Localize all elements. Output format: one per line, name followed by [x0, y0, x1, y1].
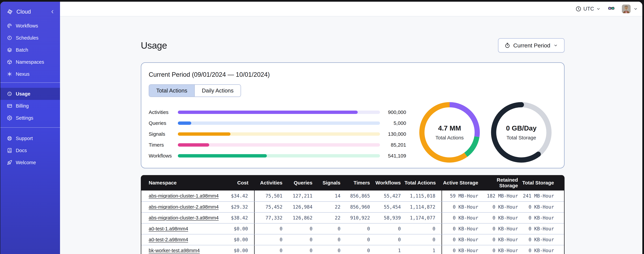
bar-fill — [178, 122, 191, 125]
bar-value: 85,201 — [380, 142, 406, 148]
total-actions-donut: 4.7 MMTotal Actions — [419, 102, 480, 163]
sidebar-item-docs[interactable]: Docs — [0, 144, 60, 156]
bar-label: Queries — [149, 120, 178, 126]
timezone-chevron-down-icon — [596, 6, 601, 11]
namespace-link[interactable]: bk-worker-test.a98mm4 — [149, 248, 200, 253]
namespace-link[interactable]: abs-migration-cluster-2.a98mm4 — [149, 204, 218, 210]
cell-signals: 22 — [314, 202, 342, 212]
schedules-icon — [7, 35, 12, 40]
timezone-selector[interactable]: UTC — [576, 6, 601, 12]
cell-total-actions: 0 — [403, 224, 442, 234]
sidebar-item-label: Billing — [16, 103, 29, 109]
cell-queries: 126,862 — [284, 212, 314, 223]
cell-active-storage: 0 KB-Hour — [442, 234, 480, 245]
donut-value: 4.7 MM — [438, 124, 461, 132]
cell-workflows: 0 — [372, 234, 403, 245]
cell-timers: 0 — [342, 234, 372, 245]
sidebar-item-billing[interactable]: Billing — [0, 100, 60, 112]
cell-active-storage: 0 KB-Hour — [442, 224, 480, 234]
sidebar-brand[interactable]: Cloud — [0, 4, 60, 20]
glasses-icon[interactable] — [608, 5, 615, 13]
page-title: Usage — [141, 40, 167, 51]
cell-total-storage: 0 KB-Hour — [520, 202, 564, 212]
cell-total-storage: 0 KB-Hour — [520, 224, 564, 234]
cell-activities: 0 — [254, 224, 284, 234]
bar-row-queries: Queries5,000 — [149, 118, 406, 129]
app-window: Cloud WorkflowsSchedulesBatchNamespacesN… — [0, 2, 642, 254]
cell-activities: 77,332 — [254, 212, 284, 223]
bar-value: 5,000 — [380, 120, 406, 126]
settings-icon — [7, 116, 12, 120]
sidebar-item-schedules[interactable]: Schedules — [0, 32, 60, 44]
cell-workflows: 1 — [372, 245, 403, 254]
cell-total-storage: 0 KB-Hour — [520, 212, 564, 223]
bar-row-timers: Timers85,201 — [149, 140, 406, 150]
cell-workflows: 55,427 — [372, 190, 403, 202]
cloud-logo-icon — [7, 9, 13, 14]
table-row: abs-migration-cluster-3.a98mm4$38.4277,3… — [141, 212, 564, 223]
namespace-link[interactable]: abs-migration-cluster-1.a98mm4 — [149, 193, 218, 199]
table-header-row: NamespaceCostActivitiesQueriesSignalsTim… — [141, 175, 564, 190]
cell-total-actions: 1,115,018 — [403, 190, 442, 202]
tab-total-actions[interactable]: Total Actions — [149, 85, 194, 96]
user-menu-chevron-down-icon — [633, 6, 638, 11]
column-header-active-storage: Active Storage — [442, 180, 480, 186]
cell-cost: $34.42 — [220, 190, 254, 202]
cell-activities: 0 — [254, 245, 284, 254]
support-icon — [7, 136, 12, 141]
cell-retained-storage: 0 KB-Hour — [480, 224, 520, 234]
cell-retained-storage: 0 KB-Hour — [480, 202, 520, 212]
namespace-link[interactable]: a0-test-1.a98mm4 — [149, 226, 188, 232]
donut-center-label: 4.7 MMTotal Actions — [419, 102, 480, 163]
user-menu[interactable] — [622, 4, 638, 13]
period-dropdown-label: Current Period — [513, 42, 550, 49]
timezone-label: UTC — [583, 6, 594, 12]
cell-cost: $0.00 — [220, 224, 254, 234]
namespace-link[interactable]: abs-migration-cluster-3.a98mm4 — [149, 215, 218, 221]
table-row: a0-test-2.a98mm4$0.000000000 KB-Hour0 KB… — [141, 234, 564, 245]
sidebar-item-label: Namespaces — [16, 59, 44, 65]
cell-signals: 22 — [314, 212, 342, 223]
tab-daily-actions[interactable]: Daily Actions — [194, 85, 240, 96]
column-header-signals: Signals — [314, 180, 342, 186]
sidebar-item-workflows[interactable]: Workflows — [0, 20, 60, 32]
sidebar-item-welcome[interactable]: Welcome — [0, 156, 60, 168]
cell-total-actions: 0 — [403, 234, 442, 245]
column-header-timers: Timers — [342, 180, 372, 186]
sidebar-item-support[interactable]: Support — [0, 132, 60, 144]
column-header-workflows: Workflows — [372, 180, 403, 186]
cell-activities: 75,452 — [254, 202, 284, 212]
sidebar-collapse-icon[interactable] — [50, 9, 55, 14]
workflows-icon — [7, 23, 12, 28]
avatar[interactable] — [622, 4, 630, 13]
sidebar-item-batch[interactable]: Batch — [0, 44, 60, 56]
table-row: a0-test-1.a98mm4$0.000000000 KB-Hour0 KB… — [141, 223, 564, 234]
sidebar-item-settings[interactable]: Settings — [0, 112, 60, 124]
charts: Activities900,000Queries5,000Signals130,… — [149, 102, 557, 163]
cell-namespace: a0-test-2.a98mm4 — [141, 234, 220, 245]
sidebar-item-namespaces[interactable]: Namespaces — [0, 56, 60, 68]
column-header-total-storage: Total Storage — [520, 180, 564, 186]
sidebar-item-label: Settings — [16, 115, 33, 121]
cell-total-storage: 241 MB-Hour — [520, 190, 564, 202]
cell-total-storage: 0 KB-Hour — [520, 234, 564, 245]
period-dropdown-button[interactable]: Current Period — [498, 38, 564, 52]
cell-queries: 127,211 — [284, 190, 314, 202]
cell-retained-storage: 0 KB-Hour — [480, 234, 520, 245]
sidebar-item-nexus[interactable]: Nexus — [0, 68, 60, 80]
cell-workflows: 55,454 — [372, 202, 403, 212]
sidebar-divider — [0, 127, 60, 128]
namespace-link[interactable]: a0-test-2.a98mm4 — [149, 237, 188, 242]
column-header-queries: Queries — [284, 180, 314, 186]
cell-signals: 0 — [314, 224, 342, 234]
cell-namespace: abs-migration-cluster-1.a98mm4 — [141, 190, 220, 202]
bar-track — [178, 143, 380, 146]
cell-timers: 856,960 — [342, 202, 372, 212]
sidebar-item-usage[interactable]: Usage — [0, 88, 60, 100]
cell-cost: $38.42 — [220, 212, 254, 223]
bar-fill — [178, 110, 358, 114]
cell-signals: 14 — [314, 190, 342, 202]
table-row: bk-worker-test.a98mm4$0.000000110 KB-Hou… — [141, 245, 564, 254]
sidebar-item-label: Schedules — [16, 35, 38, 41]
sidebar-item-label: Usage — [16, 91, 30, 97]
